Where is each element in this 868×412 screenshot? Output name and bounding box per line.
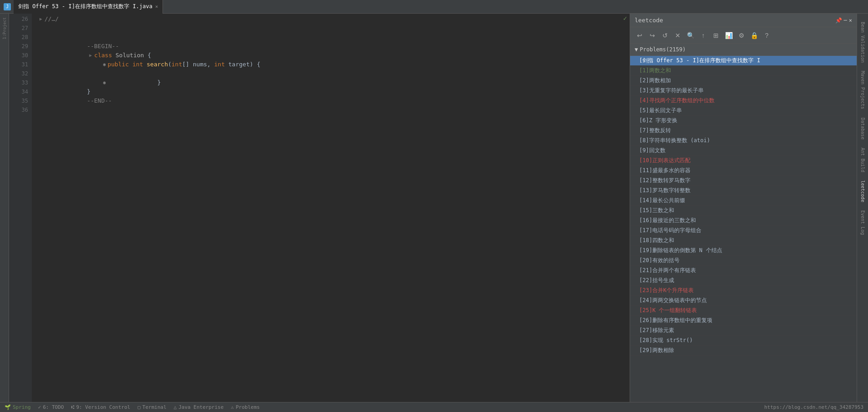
class-name: Solution [116,51,148,60]
status-todo[interactable]: ✓ 6: TODO [38,404,64,410]
status-spring[interactable]: 🌱 Spring [5,404,31,410]
end-marker: --END-- [87,96,112,105]
status-java-enterprise[interactable]: △ Java Enterprise [174,404,224,410]
side-tab-ant-build[interactable]: Ant Build [859,144,866,176]
terminal-icon: ▢ [138,404,141,410]
problem-item-26[interactable]: [26]删除有序数组中的重复项 [630,316,857,326]
problems-count: Problems(2159) [640,46,686,53]
problem-item-8[interactable]: [8]字符串转换整数 (atoi) [630,136,857,146]
toolbar-refresh-btn[interactable]: ↺ [660,30,670,40]
problem-item-1[interactable]: [1]两数之和 [630,66,857,76]
minimize-panel-icon[interactable]: ─ [844,17,847,24]
problem-item-13[interactable]: [13]罗马数字转整数 [630,186,857,196]
code-line-30: ▶ class Solution { [35,51,621,60]
gutter-icon-31[interactable]: ◉ [101,60,108,69]
project-label: 1:Project [2,17,7,40]
close-panel-icon[interactable]: × [849,17,852,24]
chevron-down-icon: ▼ [635,46,638,53]
code-line-29: --BEGIN-- [35,42,621,51]
ln-31: 31 [13,60,28,69]
toolbar-close-btn[interactable]: ✕ [673,30,683,40]
active-tab[interactable]: 剑指 Offer 53 - I]在排序数组中查找数字 I.java × [14,0,163,14]
vc-label: 9: Version Control [76,404,130,410]
problems-header[interactable]: ▼ Problems(2159) [630,44,857,56]
problem-2-label: [2]两数相加 [639,77,671,84]
code-line-26: ▶ //…/ [35,15,621,24]
right-panel: leetcode 📌 ─ × ↩ ↪ ↺ ✕ 🔍 ↑ ⊞ 📊 ⚙ 🔒 ? ▼ [630,14,857,402]
problem-item-22[interactable]: [22]括号生成 [630,276,857,286]
vc-icon: ⑆ [71,404,74,410]
toolbar-back-btn[interactable]: ↩ [635,30,645,40]
problem-item-10[interactable]: [10]正则表达式匹配 [630,156,857,166]
java-label: Java Enterprise [178,404,223,410]
problem-item-20[interactable]: [20]有效的括号 [630,256,857,266]
toolbar-help-btn[interactable]: ? [762,30,772,40]
problem-item-14[interactable]: [14]最长公共前缀 [630,196,857,206]
problem-item-6[interactable]: [6]Z 字形变换 [630,116,857,126]
toolbar-chart-btn[interactable]: 📊 [724,30,734,40]
problem-item-12[interactable]: [12]整数转罗马数字 [630,176,857,186]
problem-item-9[interactable]: [9]回文数 [630,146,857,156]
problem-item-24[interactable]: [24]两两交换链表中的节点 [630,296,857,306]
pin-icon[interactable]: 📌 [835,17,842,24]
problem-item-16[interactable]: [16]最接近的三数之和 [630,216,857,226]
todo-icon: ✓ [38,404,41,410]
toolbar-settings-btn[interactable]: ⚙ [736,30,746,40]
status-vc[interactable]: ⑆ 9: Version Control [71,404,130,410]
brace-open: { [148,51,151,60]
comma: , [207,60,214,69]
status-terminal[interactable]: ▢ Terminal [138,404,167,410]
gutter-icon-33[interactable]: ◉ [101,78,108,87]
right-side-tabs: Bean Validation Maven Projects Database … [857,14,868,402]
toolbar-search-btn[interactable]: 🔍 [686,30,695,40]
java-icon: △ [174,404,177,410]
problem-item-23[interactable]: [23]合并K个升序链表 [630,286,857,296]
side-tab-database[interactable]: Database [859,114,866,143]
status-problems[interactable]: ⚠ Problems [231,404,260,410]
toolbar-forward-btn[interactable]: ↪ [647,30,657,40]
problem-item-29[interactable]: [29]两数相除 [630,346,857,356]
ln-33: 33 [13,78,28,87]
check-icon: ✓ [621,14,630,23]
problem-item-28[interactable]: [28]实现 strStr() [630,336,857,346]
problem-item-25[interactable]: [25]K 个一组翻转链表 [630,306,857,316]
problem-item-15[interactable]: [15]三数之和 [630,206,857,216]
problems-section[interactable]: ▼ Problems(2159) [剑指 Offer 53 - I]在排序数组中… [630,44,857,402]
problem-item-19[interactable]: [19]删除链表的倒数第 N 个结点 [630,246,857,256]
problem-item-27[interactable]: [27]移除元素 [630,326,857,336]
problem-item-3[interactable]: [3]无重复字符的最长子串 [630,86,857,96]
selected-problem-item[interactable]: [剑指 Offer 53 - I]在排序数组中查找数字 I [630,56,857,66]
problem-item-11[interactable]: [11]盛最多水的容器 [630,166,857,176]
problem-item-4[interactable]: [4]寻找两个正序数组的中位数 [630,96,857,106]
code-editor[interactable]: 26 27 28 29 30 31 32 33 34 35 36 ▶ //…/ [9,14,621,402]
problem-24-label: [24]两两交换链表中的节点 [639,297,707,304]
problem-item-5[interactable]: [5]最长回文子串 [630,106,857,116]
side-tab-bean-validation[interactable]: Bean Validation [859,18,866,66]
code-line-35: --END-- [35,96,621,105]
left-strip: 1:Project [0,14,9,402]
spring-label: Spring [13,404,31,410]
problem-11-label: [11]盛最多水的容器 [639,167,690,174]
problem-item-18[interactable]: [18]四数之和 [630,236,857,246]
tab-close-button[interactable]: × [155,4,158,10]
side-tab-event-log[interactable]: Event Log [859,207,866,238]
side-tab-maven[interactable]: Maven Projects [859,67,866,113]
right-panel-header: leetcode 📌 ─ × [630,14,857,27]
problem-item-7[interactable]: [7]整数反转 [630,126,857,136]
code-content[interactable]: ▶ //…/ --BEGIN-- ▶ c [32,14,621,402]
status-bar: 🌱 Spring ✓ 6: TODO ⑆ 9: Version Control … [0,402,868,412]
toolbar-upload-btn[interactable]: ↑ [698,30,708,40]
toolbar-lock-btn[interactable]: 🔒 [749,30,759,40]
problem-27-label: [27]移除元素 [639,327,674,334]
problem-item-17[interactable]: [17]电话号码的字母组合 [630,226,857,236]
close-brace-method: } [157,78,161,87]
problem-22-label: [22]括号生成 [639,277,674,284]
problem-item-2[interactable]: [2]两数相加 [630,76,857,86]
problem-4-label: [4]寻找两个正序数组的中位数 [639,97,715,104]
problem-item-21[interactable]: [21]合并两个有序链表 [630,266,857,276]
method-search: search [147,60,168,69]
toolbar-grid-btn[interactable]: ⊞ [711,30,721,40]
status-url[interactable]: https://blog.csdn.net/qq_34287953 [764,404,863,410]
main-content: 1:Project 26 27 28 29 30 31 32 33 34 35 … [0,14,868,402]
side-tab-leetcode[interactable]: leetcode [859,177,866,206]
